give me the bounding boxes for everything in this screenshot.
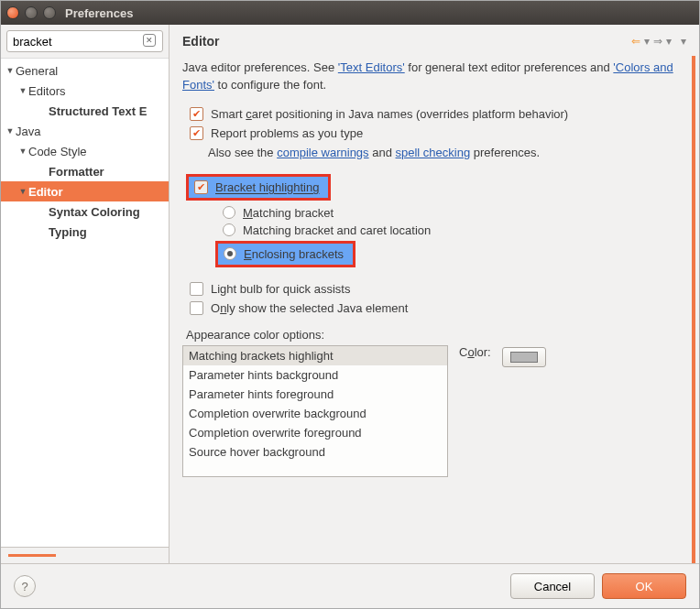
- desc-text: for general text editor preferences and: [405, 60, 614, 74]
- body: ✕ ▼General ▼Editors Structured Text E ▼J…: [1, 25, 699, 563]
- list-item[interactable]: Parameter hints background: [183, 365, 447, 385]
- lightbulb-option: Light bulb for quick assists: [190, 282, 679, 296]
- content: Java editor preferences. See 'Text Edito…: [170, 56, 695, 563]
- tree-item-typing[interactable]: Typing: [1, 222, 169, 242]
- report-problems-label: Report problems as you type: [211, 126, 363, 140]
- matching-bracket-radio[interactable]: [223, 206, 235, 219]
- bracket-highlight-row: Bracket highlighting: [186, 174, 679, 201]
- main-header: Editor ⇐ ▾ ⇒ ▾ ▾: [170, 25, 699, 56]
- spell-checking-link[interactable]: spell checking: [396, 146, 471, 159]
- appearance-listbox[interactable]: Matching brackets highlight Parameter hi…: [182, 345, 448, 477]
- sidebar-indicator: [8, 554, 56, 557]
- text-editors-link[interactable]: 'Text Editors': [338, 60, 405, 74]
- also-text: Also see the: [208, 146, 277, 159]
- color-swatch: [510, 352, 538, 363]
- sidebar: ✕ ▼General ▼Editors Structured Text E ▼J…: [1, 25, 170, 563]
- also-text: and: [369, 146, 396, 159]
- main-panel: Editor ⇐ ▾ ⇒ ▾ ▾ Java editor preferences…: [170, 25, 699, 563]
- list-item[interactable]: Matching brackets highlight: [183, 346, 447, 365]
- tree-label: General: [16, 64, 58, 78]
- tree-item-syntax[interactable]: Syntax Coloring: [1, 201, 169, 222]
- cancel-button[interactable]: Cancel: [510, 573, 595, 599]
- matching-bracket-label: Matching bracket: [243, 206, 334, 220]
- back-menu-icon[interactable]: ▾: [644, 35, 650, 48]
- enclosing-brackets-label: Enclosing brackets: [244, 247, 344, 261]
- search-wrap: ✕: [1, 25, 169, 58]
- smart-caret-checkbox[interactable]: [190, 107, 203, 121]
- smart-caret-label: Smart caret positioning in Java names (o…: [211, 107, 568, 121]
- compile-warnings-link[interactable]: compile warnings: [277, 146, 368, 159]
- tree-label: Typing: [49, 225, 87, 239]
- matching-caret-label: Matching bracket and caret location: [243, 223, 431, 237]
- onlyshow-checkbox[interactable]: [190, 301, 203, 315]
- page-title: Editor: [182, 34, 631, 49]
- report-problems-checkbox[interactable]: [190, 126, 203, 140]
- desc-text: to configure the font.: [214, 78, 326, 92]
- color-label: Color:: [459, 345, 491, 359]
- appearance-label: Appearance color options:: [186, 328, 679, 342]
- lightbulb-label: Light bulb for quick assists: [211, 282, 350, 296]
- tree-label: Formatter: [49, 165, 104, 179]
- list-item[interactable]: Parameter hints foreground: [183, 385, 447, 404]
- ok-button[interactable]: OK: [602, 573, 686, 599]
- enclosing-brackets-box: Enclosing brackets: [215, 241, 355, 267]
- minimize-icon[interactable]: [25, 6, 38, 19]
- tree-item-formatter[interactable]: Formatter: [1, 161, 169, 181]
- enclosing-brackets-radio[interactable]: [224, 247, 236, 260]
- tree-label: Syntax Coloring: [49, 205, 140, 219]
- forward-menu-icon[interactable]: ▾: [666, 35, 672, 48]
- view-menu-icon[interactable]: ▾: [681, 35, 686, 48]
- sidebar-footer: [1, 547, 169, 563]
- matching-caret-radio[interactable]: [223, 223, 235, 236]
- forward-icon[interactable]: ⇒: [653, 35, 662, 48]
- close-icon[interactable]: [6, 6, 19, 19]
- also-see-line: Also see the compile warnings and spell …: [208, 146, 679, 159]
- tree-label: Structured Text E: [49, 104, 147, 118]
- bracket-highlight-label: Bracket highlighting: [215, 180, 319, 194]
- list-item[interactable]: Source hover background: [183, 442, 447, 462]
- maximize-icon[interactable]: [43, 6, 56, 19]
- bracket-highlight-box: Bracket highlighting: [186, 174, 331, 201]
- tree-label: Editors: [28, 84, 65, 98]
- help-button[interactable]: ?: [14, 575, 36, 597]
- tree-item-codestyle[interactable]: ▼Code Style: [1, 141, 169, 161]
- titlebar[interactable]: Preferences: [1, 1, 699, 25]
- onlyshow-label: Only show the selected Java element: [211, 301, 408, 315]
- desc-text: Java editor preferences. See: [182, 60, 338, 74]
- tree-label: Code Style: [28, 145, 87, 158]
- preferences-window: Preferences ✕ ▼General ▼Editors Structur…: [0, 0, 700, 609]
- lightbulb-checkbox[interactable]: [190, 282, 203, 296]
- clear-search-icon[interactable]: ✕: [143, 34, 156, 47]
- color-button[interactable]: [502, 347, 546, 367]
- dialog-footer: ? Cancel OK: [1, 563, 699, 608]
- bracket-highlight-checkbox[interactable]: [194, 180, 208, 194]
- smart-caret-option: Smart caret positioning in Java names (o…: [190, 107, 679, 121]
- tree-label: Java: [16, 125, 40, 138]
- enclosing-brackets-row: Enclosing brackets: [215, 241, 679, 267]
- preference-tree[interactable]: ▼General ▼Editors Structured Text E ▼Jav…: [1, 58, 169, 547]
- list-item[interactable]: Completion overwrite background: [183, 404, 447, 423]
- window-title: Preferences: [65, 6, 133, 20]
- tree-item-editors[interactable]: ▼Editors: [1, 81, 169, 101]
- also-text: preferences.: [470, 146, 540, 159]
- description: Java editor preferences. See 'Text Edito…: [182, 60, 679, 94]
- search-input[interactable]: [6, 30, 163, 52]
- list-item[interactable]: Completion overwrite foreground: [183, 423, 447, 442]
- color-picker-group: Color:: [459, 345, 491, 359]
- matching-caret-row: Matching bracket and caret location: [223, 223, 679, 237]
- onlyshow-option: Only show the selected Java element: [190, 301, 679, 315]
- tree-item-general[interactable]: ▼General: [1, 60, 169, 81]
- tree-label: Editor: [28, 185, 63, 199]
- back-icon[interactable]: ⇐: [631, 35, 640, 48]
- appearance-row: Matching brackets highlight Parameter hi…: [182, 345, 679, 477]
- tree-item-java[interactable]: ▼Java: [1, 121, 169, 141]
- nav-icons: ⇐ ▾ ⇒ ▾ ▾: [631, 35, 686, 48]
- report-problems-option: Report problems as you type: [190, 126, 679, 140]
- matching-bracket-row: Matching bracket: [223, 206, 679, 220]
- tree-item-editor[interactable]: ▼Editor: [1, 181, 169, 201]
- tree-item-structured[interactable]: Structured Text E: [1, 101, 169, 121]
